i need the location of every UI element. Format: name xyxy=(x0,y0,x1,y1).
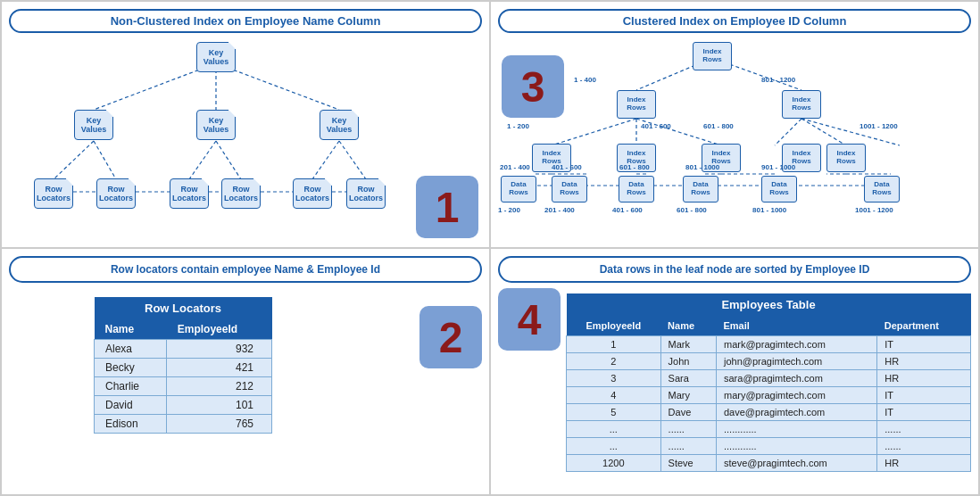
q3-title: Clustered Index on Employee ID Column xyxy=(498,9,971,33)
q3-l1-label-right: 801 - 1200 xyxy=(761,76,795,84)
emp-cell: steve@pragimtech.com xyxy=(717,455,877,472)
emp-cell: mark@pragimtech.com xyxy=(717,336,877,353)
row-locator-id: 101 xyxy=(167,396,272,415)
q3-leaf-node-1: Data Rows xyxy=(501,176,536,203)
emp-cell: HR xyxy=(877,353,971,370)
q3-leaf-node-6: Data Rows xyxy=(864,176,900,203)
emp-cell: IT xyxy=(877,404,971,421)
q3-leaf-label-2: 401 - 600 xyxy=(552,163,582,171)
emp-cell: ............ xyxy=(717,421,877,438)
emp-cell: 4 xyxy=(567,387,661,404)
q3-l2-label-3: 601 - 800 xyxy=(703,122,734,130)
emp-cell: ... xyxy=(567,421,661,438)
q3-leaf-bot-4: 601 - 800 xyxy=(677,206,707,214)
q1-l3-node-4: Row Locators xyxy=(221,178,261,209)
svg-line-20 xyxy=(801,119,846,145)
q3-leaf-bot-1: 1 - 200 xyxy=(498,206,520,214)
row-locator-id: 765 xyxy=(167,415,272,434)
emp-cell: Sara xyxy=(660,370,716,387)
q3-tree: Index Rows 1 - 400 801 - 1200 Index Rows… xyxy=(498,38,971,217)
q1-tree: Key Values Key Values Key Values Key Val… xyxy=(9,38,482,212)
row-locators-table: Row Locators Name EmployeeId Alexa932Bec… xyxy=(94,297,272,434)
row-locator-name: Alexa xyxy=(95,340,167,359)
q1-l3-node-3: Row Locators xyxy=(170,178,209,209)
emp-cell: Steve xyxy=(660,455,716,472)
emp-cell: ...... xyxy=(660,421,716,438)
emp-col-header: EmployeeId xyxy=(567,316,661,336)
q4-badge: 4 xyxy=(498,288,561,351)
emp-cell: ... xyxy=(567,438,661,455)
q3-leaf-node-5: Data Rows xyxy=(761,176,797,203)
svg-line-16 xyxy=(552,119,636,145)
emp-cell: ...... xyxy=(877,421,971,438)
q3-leaf-bot-3: 401 - 600 xyxy=(612,206,643,214)
emp-col-header: Name xyxy=(660,316,716,336)
q1-l2-node-1: Key Values xyxy=(74,110,113,140)
row-locator-id: 932 xyxy=(167,340,272,359)
emp-col-header: Department xyxy=(877,316,971,336)
q1-l2-node-2: Key Values xyxy=(196,110,236,140)
row-locator-name: Charlie xyxy=(95,377,167,396)
q3-l1-label-left: 1 - 400 xyxy=(574,76,596,84)
emp-cell: ...... xyxy=(877,438,971,455)
emp-cell: mary@pragimtech.com xyxy=(717,387,877,404)
employees-table: Employees Table EmployeeIdNameEmailDepar… xyxy=(566,293,971,472)
q3-l2-node-5: Index Rows xyxy=(826,144,866,172)
svg-line-7 xyxy=(312,141,339,179)
emp-cell: ............ xyxy=(717,438,877,455)
svg-line-5 xyxy=(189,141,216,179)
emp-cell: John xyxy=(660,353,716,370)
quadrant-2: Row locators contain employee Name & Emp… xyxy=(1,248,490,495)
q3-leaf-node-3: Data Rows xyxy=(619,176,654,203)
emp-cell: HR xyxy=(877,455,971,472)
emp-cell: 1 xyxy=(567,336,661,353)
svg-line-6 xyxy=(216,141,241,179)
q3-leaf-label-4: 801 - 1000 xyxy=(685,163,719,171)
q3-l2-label-2: 401 - 600 xyxy=(641,122,671,130)
emp-cell: dave@pragimtech.com xyxy=(717,404,877,421)
emp-cell: 1200 xyxy=(567,455,661,472)
q3-root-node: Index Rows xyxy=(693,42,732,70)
q1-l3-node-5: Row Locators xyxy=(293,178,332,209)
emp-table-row: 1200Stevesteve@pragimtech.comHR xyxy=(567,455,971,472)
q3-leaf-node-2: Data Rows xyxy=(552,176,587,203)
col-id-header: EmployeeId xyxy=(167,319,272,340)
row-locator-name: David xyxy=(95,396,167,415)
quadrant-4: Data rows in the leaf node are sorted by… xyxy=(490,248,979,495)
row-locator-id: 421 xyxy=(167,359,272,377)
emp-cell: ...... xyxy=(660,438,716,455)
q3-leaf-node-4: Data Rows xyxy=(683,176,718,203)
svg-line-4 xyxy=(94,141,116,179)
main-grid: Non-Clustered Index on Employee Name Col… xyxy=(0,0,980,496)
q3-leaf-label-5: 901 - 1000 xyxy=(761,163,795,171)
q1-l3-node-2: Row Locators xyxy=(96,178,136,209)
q1-badge: 1 xyxy=(416,176,478,238)
emp-table-row: 2Johnjohn@pragimtech.comHR xyxy=(567,353,971,370)
emp-col-header: Email xyxy=(717,316,877,336)
emp-table-row: 4Marymary@pragimtech.comIT xyxy=(567,387,971,404)
row-locator-name: Edison xyxy=(95,415,167,434)
quadrant-3: Clustered Index on Employee ID Column xyxy=(490,1,979,248)
emp-table-row: 1Markmark@pragimtech.comIT xyxy=(567,336,971,353)
employees-table-title: Employees Table xyxy=(567,293,971,316)
row-locators-header: Row Locators xyxy=(95,297,272,319)
quadrant-1: Non-Clustered Index on Employee Name Col… xyxy=(1,1,490,248)
emp-cell: Mary xyxy=(660,387,716,404)
svg-line-8 xyxy=(339,141,366,179)
emp-cell: 2 xyxy=(567,353,661,370)
q1-l2-node-3: Key Values xyxy=(320,110,359,140)
row-locator-name: Becky xyxy=(95,359,167,377)
q1-title: Non-Clustered Index on Employee Name Col… xyxy=(9,9,482,33)
emp-cell: 5 xyxy=(567,404,661,421)
q3-leaf-label-1: 201 - 400 xyxy=(500,163,530,171)
svg-line-3 xyxy=(54,141,94,179)
emp-cell: IT xyxy=(877,336,971,353)
emp-cell: 3 xyxy=(567,370,661,387)
emp-cell: john@pragimtech.com xyxy=(717,353,877,370)
q3-leaf-bot-5: 801 - 1000 xyxy=(752,206,786,214)
emp-table-row: 3Sarasara@pragimtech.comHR xyxy=(567,370,971,387)
q1-l3-node-6: Row Locators xyxy=(346,178,386,209)
emp-cell: IT xyxy=(877,387,971,404)
q3-leaf-bot-6: 1001 - 1200 xyxy=(855,206,893,214)
q3-l2-label-4: 1001 - 1200 xyxy=(860,122,898,130)
